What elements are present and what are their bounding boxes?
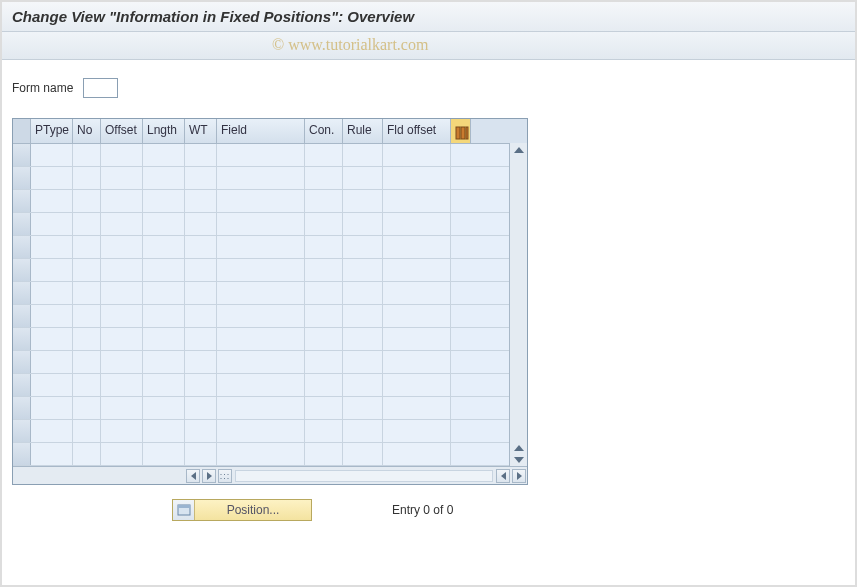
- cell[interactable]: [73, 236, 101, 258]
- cell[interactable]: [343, 420, 383, 442]
- cell[interactable]: [101, 328, 143, 350]
- row-selector[interactable]: [13, 351, 31, 373]
- cell[interactable]: [101, 420, 143, 442]
- cell[interactable]: [31, 397, 73, 419]
- cell[interactable]: [73, 328, 101, 350]
- cell[interactable]: [143, 144, 185, 166]
- cell[interactable]: [305, 190, 343, 212]
- cell[interactable]: [383, 190, 451, 212]
- table-row[interactable]: [13, 282, 527, 305]
- cell[interactable]: [73, 213, 101, 235]
- cell[interactable]: [185, 282, 217, 304]
- cell[interactable]: [185, 351, 217, 373]
- cell[interactable]: [383, 420, 451, 442]
- table-row[interactable]: [13, 259, 527, 282]
- cell[interactable]: [101, 190, 143, 212]
- col-header-fldoffset[interactable]: Fld offset: [383, 119, 451, 143]
- row-selector[interactable]: [13, 190, 31, 212]
- cell[interactable]: [383, 282, 451, 304]
- cell[interactable]: [143, 397, 185, 419]
- row-selector[interactable]: [13, 305, 31, 327]
- table-row[interactable]: [13, 213, 527, 236]
- row-selector[interactable]: [13, 397, 31, 419]
- scroll-right-icon[interactable]: [202, 469, 216, 483]
- col-header-no[interactable]: No: [73, 119, 101, 143]
- cell[interactable]: [305, 259, 343, 281]
- scroll-up-icon[interactable]: [514, 147, 524, 153]
- table-row[interactable]: [13, 190, 527, 213]
- form-name-input[interactable]: [83, 78, 118, 98]
- col-header-con[interactable]: Con.: [305, 119, 343, 143]
- horizontal-scrollbar[interactable]: :::: [13, 466, 527, 484]
- cell[interactable]: [101, 236, 143, 258]
- cell[interactable]: [217, 443, 305, 465]
- cell[interactable]: [343, 282, 383, 304]
- row-selector[interactable]: [13, 213, 31, 235]
- row-selector[interactable]: [13, 374, 31, 396]
- table-config-icon[interactable]: [451, 119, 471, 143]
- row-selector[interactable]: [13, 144, 31, 166]
- cell[interactable]: [343, 374, 383, 396]
- cell[interactable]: [143, 374, 185, 396]
- cell[interactable]: [305, 282, 343, 304]
- cell[interactable]: [101, 397, 143, 419]
- table-row[interactable]: [13, 443, 527, 466]
- cell[interactable]: [185, 259, 217, 281]
- cell[interactable]: [217, 351, 305, 373]
- cell[interactable]: [31, 328, 73, 350]
- cell[interactable]: [383, 328, 451, 350]
- row-selector[interactable]: [13, 259, 31, 281]
- cell[interactable]: [217, 213, 305, 235]
- cell[interactable]: [31, 282, 73, 304]
- cell[interactable]: [343, 167, 383, 189]
- cell[interactable]: [343, 213, 383, 235]
- cell[interactable]: [143, 259, 185, 281]
- cell[interactable]: [383, 236, 451, 258]
- cell[interactable]: [185, 443, 217, 465]
- cell[interactable]: [73, 351, 101, 373]
- hscroll-track[interactable]: [235, 470, 493, 482]
- table-row[interactable]: [13, 420, 527, 443]
- row-selector[interactable]: [13, 282, 31, 304]
- cell[interactable]: [343, 328, 383, 350]
- col-header-offset[interactable]: Offset: [101, 119, 143, 143]
- position-button[interactable]: Position...: [172, 499, 312, 521]
- table-row[interactable]: [13, 167, 527, 190]
- cell[interactable]: [185, 420, 217, 442]
- cell[interactable]: [185, 213, 217, 235]
- cell[interactable]: [143, 420, 185, 442]
- cell[interactable]: [101, 259, 143, 281]
- cell[interactable]: [305, 328, 343, 350]
- cell[interactable]: [73, 374, 101, 396]
- cell[interactable]: [185, 374, 217, 396]
- col-header-rule[interactable]: Rule: [343, 119, 383, 143]
- cell[interactable]: [143, 305, 185, 327]
- table-row[interactable]: [13, 351, 527, 374]
- cell[interactable]: [73, 190, 101, 212]
- cell[interactable]: [383, 259, 451, 281]
- cell[interactable]: [383, 351, 451, 373]
- cell[interactable]: [305, 305, 343, 327]
- cell[interactable]: [31, 213, 73, 235]
- cell[interactable]: [185, 397, 217, 419]
- cell[interactable]: [31, 305, 73, 327]
- cell[interactable]: [73, 259, 101, 281]
- cell[interactable]: [31, 374, 73, 396]
- table-row[interactable]: [13, 305, 527, 328]
- cell[interactable]: [185, 236, 217, 258]
- cell[interactable]: [343, 259, 383, 281]
- cell[interactable]: [101, 282, 143, 304]
- scroll-up2-icon[interactable]: [514, 445, 524, 451]
- cell[interactable]: [31, 420, 73, 442]
- cell[interactable]: [73, 144, 101, 166]
- cell[interactable]: [383, 443, 451, 465]
- row-selector[interactable]: [13, 420, 31, 442]
- col-header-wt[interactable]: WT: [185, 119, 217, 143]
- cell[interactable]: [383, 305, 451, 327]
- cell[interactable]: [305, 236, 343, 258]
- col-header-ptype[interactable]: PType: [31, 119, 73, 143]
- cell[interactable]: [185, 328, 217, 350]
- cell[interactable]: [217, 190, 305, 212]
- cell[interactable]: [343, 443, 383, 465]
- cell[interactable]: [143, 351, 185, 373]
